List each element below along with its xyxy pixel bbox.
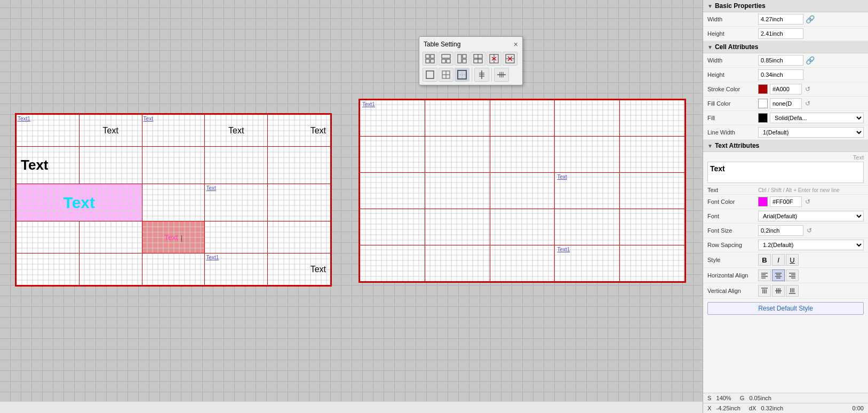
bold-button[interactable]: B bbox=[758, 254, 771, 266]
row-spacing-select[interactable]: 1.2(Default) bbox=[758, 240, 864, 250]
table-row[interactable]: Text bbox=[17, 147, 79, 184]
table-row[interactable]: Text bbox=[142, 115, 205, 147]
table-row[interactable] bbox=[360, 209, 425, 245]
ts-border-inner-btn[interactable] bbox=[439, 68, 453, 82]
stroke-color-input[interactable] bbox=[770, 84, 802, 94]
stroke-color-refresh[interactable]: ↺ bbox=[805, 85, 810, 93]
table-row[interactable] bbox=[425, 209, 490, 245]
ts-align-center-btn[interactable] bbox=[474, 68, 489, 82]
reset-default-style-button[interactable]: Reset Default Style bbox=[707, 302, 864, 315]
table-row[interactable] bbox=[142, 147, 205, 184]
ts-align-v-btn[interactable] bbox=[494, 68, 509, 82]
table-row[interactable]: Text bbox=[79, 115, 142, 147]
table-row[interactable] bbox=[425, 245, 490, 282]
fill-color-swatch[interactable] bbox=[758, 99, 768, 108]
basic-width-value: 🔗 bbox=[758, 14, 864, 25]
table-row[interactable] bbox=[268, 147, 331, 184]
font-size-refresh[interactable]: ↺ bbox=[807, 227, 812, 234]
table-row[interactable] bbox=[268, 184, 331, 221]
valign-top-button[interactable] bbox=[758, 285, 771, 297]
fill-color-input[interactable] bbox=[770, 98, 802, 109]
table-row[interactable]: Text bbox=[268, 253, 331, 285]
table-row[interactable]: Text bbox=[268, 115, 331, 147]
fill-swatch[interactable] bbox=[758, 113, 768, 123]
font-color-swatch[interactable] bbox=[758, 197, 768, 206]
stroke-color-row: Stroke Color ↺ bbox=[703, 82, 868, 97]
align-right-button[interactable] bbox=[786, 269, 799, 281]
v-align-row: Vertical Align bbox=[703, 283, 868, 299]
table-row[interactable] bbox=[490, 137, 555, 173]
table-row[interactable]: Text bbox=[555, 173, 620, 209]
table-row[interactable]: Text1 bbox=[555, 245, 620, 282]
basic-width-input[interactable] bbox=[758, 14, 803, 25]
table-row[interactable] bbox=[490, 173, 555, 209]
table-row[interactable] bbox=[620, 100, 685, 137]
table-row[interactable] bbox=[17, 221, 79, 253]
underline-button[interactable]: U bbox=[786, 254, 799, 266]
table-row[interactable] bbox=[425, 137, 490, 173]
line-width-select[interactable]: 1(Default) bbox=[758, 127, 864, 138]
font-select[interactable]: Arial(Default) bbox=[758, 211, 864, 221]
cell-height-input[interactable] bbox=[758, 69, 803, 80]
table-row[interactable] bbox=[360, 137, 425, 173]
table-row[interactable] bbox=[268, 221, 331, 253]
valign-middle-button[interactable] bbox=[772, 285, 785, 297]
table-row[interactable] bbox=[142, 253, 205, 285]
table-row[interactable] bbox=[360, 245, 425, 282]
stroke-color-value: ↺ bbox=[758, 84, 864, 94]
table-row[interactable]: Text bbox=[205, 115, 268, 147]
table-row[interactable] bbox=[205, 147, 268, 184]
table-row[interactable] bbox=[555, 137, 620, 173]
cell-width-input[interactable] bbox=[758, 55, 803, 66]
fill-color-refresh[interactable]: ↺ bbox=[805, 100, 810, 107]
table-row[interactable] bbox=[490, 245, 555, 282]
ts-split-row-btn[interactable] bbox=[471, 52, 485, 66]
ts-border-outer-btn[interactable] bbox=[455, 68, 469, 82]
table-row[interactable] bbox=[79, 221, 142, 253]
table-row[interactable] bbox=[620, 173, 685, 209]
table-row[interactable]: Text bbox=[205, 184, 268, 221]
font-color-refresh[interactable]: ↺ bbox=[805, 198, 810, 205]
font-color-input[interactable] bbox=[770, 196, 802, 207]
stroke-color-swatch[interactable] bbox=[758, 84, 768, 94]
ts-insert-table-btn[interactable] bbox=[423, 52, 437, 66]
table-row[interactable]: Text1 bbox=[17, 115, 79, 147]
table-row[interactable] bbox=[425, 100, 490, 137]
svg-rect-6 bbox=[447, 59, 450, 63]
align-left-button[interactable] bbox=[758, 269, 771, 281]
table-setting-close-button[interactable]: × bbox=[514, 40, 518, 49]
basic-height-input[interactable] bbox=[758, 28, 803, 39]
ts-delete-col-btn[interactable] bbox=[487, 52, 501, 66]
valign-bottom-button[interactable] bbox=[786, 285, 799, 297]
table-row[interactable] bbox=[79, 253, 142, 285]
h-align-buttons bbox=[758, 269, 864, 281]
table-row[interactable] bbox=[360, 173, 425, 209]
table-row[interactable] bbox=[490, 209, 555, 245]
ts-border-all-btn[interactable] bbox=[423, 68, 437, 82]
table-row[interactable] bbox=[79, 147, 142, 184]
table-row[interactable]: Text | bbox=[142, 221, 205, 253]
svg-rect-5 bbox=[442, 59, 445, 63]
table-row[interactable] bbox=[17, 253, 79, 285]
table-row[interactable]: Text1 bbox=[360, 100, 425, 137]
table-row[interactable] bbox=[205, 221, 268, 253]
align-center-button[interactable] bbox=[772, 269, 785, 281]
table-row[interactable] bbox=[555, 100, 620, 137]
table-row[interactable]: Text bbox=[17, 184, 142, 221]
cell-attributes-title: Cell Attributes bbox=[715, 43, 759, 51]
table-row[interactable] bbox=[142, 184, 205, 221]
table-row[interactable] bbox=[620, 209, 685, 245]
italic-button[interactable]: I bbox=[772, 254, 785, 266]
fill-select[interactable]: Solid(Defa... bbox=[770, 113, 864, 123]
font-size-input[interactable] bbox=[758, 225, 803, 236]
table-row[interactable]: Text1 bbox=[205, 253, 268, 285]
table-row[interactable] bbox=[620, 137, 685, 173]
ts-merge-btn[interactable] bbox=[439, 52, 453, 66]
table-row[interactable] bbox=[620, 245, 685, 282]
table-row[interactable] bbox=[425, 173, 490, 209]
table-row[interactable] bbox=[555, 209, 620, 245]
ts-split-col-btn[interactable] bbox=[455, 52, 469, 66]
table-row[interactable] bbox=[490, 100, 555, 137]
text-attributes-triangle: ▼ bbox=[707, 143, 713, 149]
ts-delete-row-btn[interactable] bbox=[503, 52, 517, 66]
